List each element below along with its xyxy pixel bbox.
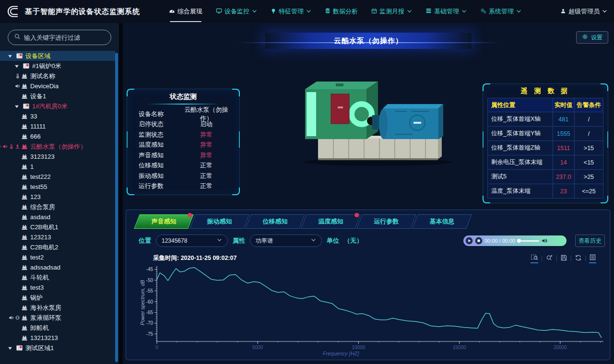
tab-displacement[interactable]: 位移感知 — [245, 214, 305, 229]
device-icon — [21, 113, 28, 120]
device-search — [8, 30, 111, 45]
nav-item-overview[interactable]: 综合展现 — [169, 0, 202, 23]
tree-item[interactable]: DeviceDia — [0, 81, 115, 91]
tree-item[interactable]: asdasd — [0, 212, 115, 222]
tree-item[interactable]: 33 — [0, 111, 115, 121]
telemetry-header: 属性位置 — [488, 98, 553, 112]
zoom-reset-icon[interactable] — [545, 254, 553, 263]
svg-text:-55: -55 — [146, 288, 154, 294]
status-value: 正常 — [179, 172, 234, 180]
telemetry-row: 位移_泵体首端X轴481/ — [488, 112, 603, 127]
status-row: 运行参数正常 — [139, 181, 234, 192]
svg-text:-75: -75 — [146, 331, 154, 337]
tree-item[interactable]: 锅炉 — [0, 293, 115, 303]
chart-controls: 位置 12345678 属性 功率谱 单位 （无） 00:00 / 00:00 — [139, 234, 605, 247]
nav-item-system-mgmt[interactable]: 系统管理 — [480, 0, 521, 23]
list-icon — [425, 8, 432, 15]
device-icon — [21, 284, 28, 291]
tab-run-params[interactable]: 运行参数 — [356, 214, 416, 229]
tree-item[interactable]: test55 — [0, 182, 115, 192]
settings-button[interactable]: 设置 — [576, 31, 608, 44]
vibration-icon — [15, 315, 20, 320]
volume-icon[interactable] — [541, 237, 548, 244]
spectrum-chart[interactable]: -45-50-55-60-65-70-750500010000150002000… — [139, 264, 606, 358]
device-icon — [21, 254, 28, 261]
tree-item[interactable]: 斗轮机 — [0, 272, 115, 282]
tree-item[interactable]: 海补水泵房 — [0, 303, 115, 313]
sidebar-scrollbar[interactable] — [115, 53, 118, 362]
caret-down-icon[interactable] — [8, 54, 13, 59]
tree-item[interactable]: 浆液循环泵 — [0, 313, 115, 323]
tree-item[interactable]: C2B电机1 — [0, 222, 115, 232]
tree-item[interactable]: 设备区域 — [0, 51, 115, 61]
svg-text:-45: -45 — [146, 267, 154, 272]
nav-item-data-analysis[interactable]: 数据分析 — [325, 0, 358, 23]
device-icon — [21, 153, 28, 160]
tree-item[interactable]: 11111 — [0, 121, 115, 131]
device-icon — [21, 294, 28, 301]
tree-item[interactable]: 123213 — [0, 232, 115, 242]
tab-basic-info[interactable]: 基本信息 — [412, 214, 472, 229]
device-icon — [21, 73, 28, 80]
tree-item[interactable]: test3 — [0, 282, 115, 293]
tree-item[interactable]: 综合泵房 — [0, 202, 115, 212]
position-select[interactable]: 12345678 — [156, 235, 228, 247]
tree-item[interactable]: 测试名称 — [0, 71, 115, 81]
tree-item[interactable]: 设备1 — [0, 91, 115, 101]
play-button[interactable] — [465, 237, 473, 245]
tab-temperature[interactable]: 温度感知 — [301, 214, 361, 229]
tree-item[interactable]: 3123123 — [0, 152, 115, 162]
caret-down-icon[interactable] — [14, 104, 20, 109]
nav-item-monthly-report[interactable]: 监测月报 — [371, 0, 412, 23]
tree-item[interactable]: 666 — [0, 131, 115, 141]
caret-down-icon[interactable] — [14, 64, 20, 69]
player-slider[interactable] — [517, 239, 539, 243]
data-view-icon[interactable] — [589, 254, 596, 263]
save-icon[interactable] — [560, 254, 567, 263]
pump-3d-model[interactable] — [292, 64, 460, 168]
caret-down-icon[interactable] — [8, 346, 13, 351]
tree-item[interactable]: 13213213 — [0, 333, 115, 343]
device-icon — [21, 143, 28, 150]
nav-item-feature-mgmt[interactable]: 特征管理 — [271, 0, 311, 23]
tree-item[interactable]: 1#汽机房0米 — [0, 101, 115, 111]
tree-item-label: 设备区域 — [25, 52, 50, 60]
tree-item[interactable]: 1 — [0, 162, 115, 172]
attribute-select[interactable]: 功率谱 — [250, 235, 322, 247]
zoom-select-icon[interactable] — [531, 253, 538, 263]
telemetry-header: 实时值 — [553, 98, 574, 112]
telemetry-row: 剩余电压_泵体末端14<15 — [488, 155, 603, 170]
nav-item-device-monitor[interactable]: 设备监控 — [216, 0, 257, 23]
search-input[interactable] — [24, 34, 108, 41]
realtime-value: 1555 — [553, 127, 574, 141]
tab-vibration[interactable]: 振动感知 — [189, 214, 249, 229]
tree-item-label: test3 — [30, 284, 44, 291]
status-row: 设备名称云酷水泵（勿操作） — [139, 109, 234, 119]
monitor-icon — [216, 8, 222, 15]
realtime-value: 237.0 — [553, 170, 574, 184]
page-title: 云酷水泵（勿操作） — [334, 36, 403, 46]
gears-icon — [480, 8, 486, 15]
tree-item[interactable]: test2 — [0, 252, 115, 262]
app-root: 基于智能声学的设备状态监测系统 综合展现设备监控特征管理数据分析监测月报基础管理… — [0, 0, 614, 364]
tree-item[interactable]: 卸船机 — [0, 323, 115, 333]
user-menu[interactable]: 超级管理员 — [560, 7, 607, 16]
nav-item-basic-mgmt[interactable]: 基础管理 — [425, 0, 467, 23]
top-header: 基于智能声学的设备状态监测系统 综合展现设备监控特征管理数据分析监测月报基础管理… — [0, 0, 614, 23]
app-logo-icon — [7, 4, 21, 19]
speaker-icon — [2, 144, 8, 149]
status-value: 异常 — [179, 151, 234, 160]
main-nav: 综合展现设备监控特征管理数据分析监测月报基础管理系统管理 — [169, 0, 521, 23]
restore-icon[interactable] — [575, 254, 582, 263]
tree-item[interactable]: adssadsad — [0, 262, 115, 272]
device-icon — [21, 244, 28, 251]
tree-item[interactable]: #1锅炉0米 — [0, 61, 115, 71]
tree-item[interactable]: C2B电机2 — [0, 242, 115, 252]
tree-item[interactable]: 123 — [0, 192, 115, 202]
tree-item[interactable]: 云酷水泵（勿操作） — [0, 141, 115, 152]
view-history-button[interactable]: 查看历史 — [575, 235, 605, 247]
stop-button[interactable] — [475, 237, 483, 245]
tree-item[interactable]: 测试区域1 — [0, 343, 115, 353]
tab-sound[interactable]: 声音感知 — [134, 214, 194, 229]
tree-item[interactable]: test222 — [0, 172, 115, 182]
